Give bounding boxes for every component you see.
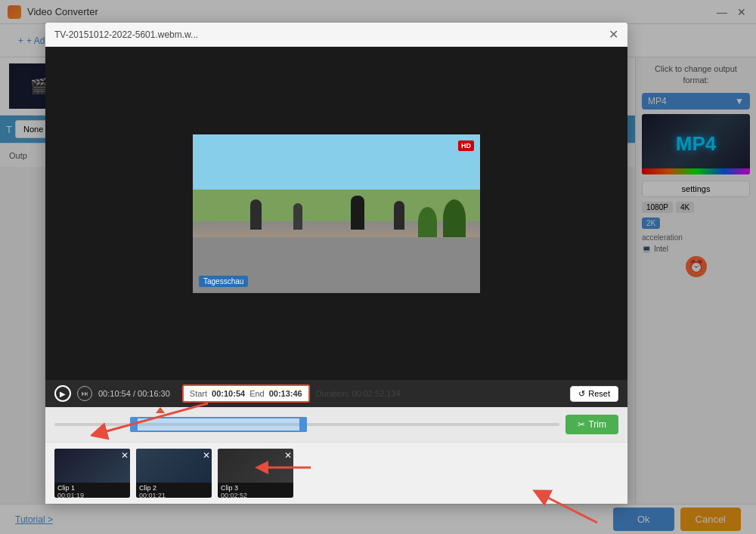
trim-handle-left[interactable] (130, 417, 138, 432)
play-button[interactable]: ▶ (54, 385, 71, 402)
clip-2-close[interactable]: ✕ (203, 450, 210, 461)
modal-close-btn[interactable]: ✕ (609, 27, 618, 42)
trim-button[interactable]: ✂ Trim (565, 415, 618, 434)
clip-1-time: 00:01:19 (57, 492, 127, 498)
time-display: 00:10:54 / 00:16:30 (98, 389, 170, 398)
trim-handle-right[interactable] (299, 417, 307, 432)
video-container: Tagesschau HD (45, 47, 627, 380)
clip-2-time: 00:01:21 (139, 492, 209, 498)
channel-logo: HD (458, 140, 474, 151)
refresh-icon: ↺ (578, 389, 585, 399)
start-time: 00:10:54 (212, 389, 245, 398)
trim-slider[interactable] (54, 413, 559, 436)
reset-button[interactable]: ↺ Reset (570, 386, 618, 402)
trim-selected-range (130, 417, 307, 432)
player-controls: ▶ ⏭ 00:10:54 / 00:16:30 Start 00:10:54 E… (45, 380, 627, 407)
trim-arrow-indicator (156, 407, 165, 413)
clip-3-time: 00:02:52 (221, 492, 290, 498)
clip-2-name: Clip 2 (139, 484, 209, 492)
start-label: Start (190, 389, 207, 398)
video-placeholder: Tagesschau HD (193, 134, 480, 293)
clips-row: Clip 1 00:01:19 ✕ Clip 2 00:01:21 ✕ Clip… (45, 442, 627, 504)
modal-title-bar: TV-20151012-2022-5601.webm.w... ✕ (45, 23, 627, 47)
clip-3-name: Clip 3 (221, 484, 290, 492)
watermark-overlay: Tagesschau (199, 276, 248, 287)
scissors-icon: ✂ (578, 419, 585, 430)
start-end-box: Start 00:10:54 End 00:13:46 (182, 384, 310, 403)
duration-label: Duration: 00:02:52.134 (316, 389, 401, 398)
clip-1-name: Clip 1 (57, 484, 127, 492)
current-time: 00:10:54 (98, 389, 131, 398)
clip-item-1[interactable]: Clip 1 00:01:19 ✕ (54, 449, 130, 498)
trim-modal: TV-20151012-2022-5601.webm.w... ✕ Tagess… (45, 23, 627, 504)
trim-bar: ✂ Trim (45, 407, 627, 442)
modal-title: TV-20151012-2022-5601.webm.w... (54, 29, 198, 40)
clip-item-2[interactable]: Clip 2 00:01:21 ✕ (136, 449, 212, 498)
total-time: 00:16:30 (138, 389, 170, 398)
end-label: End (249, 389, 265, 398)
end-time: 00:13:46 (269, 389, 302, 398)
clip-1-close[interactable]: ✕ (121, 450, 129, 461)
skip-button[interactable]: ⏭ (77, 386, 92, 401)
